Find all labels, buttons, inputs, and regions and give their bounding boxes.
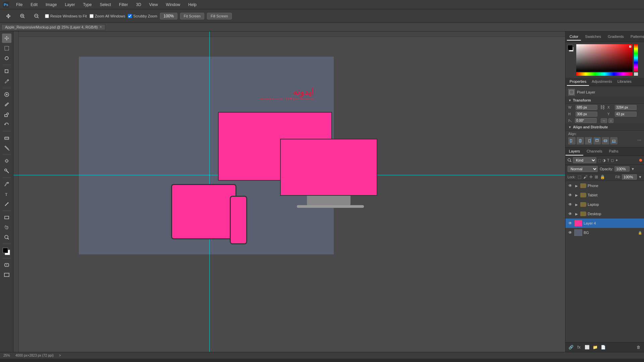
laptop-visibility-icon[interactable]: 👁 <box>568 202 573 207</box>
filter-type-select[interactable]: Kind <box>573 157 596 163</box>
eraser-tool[interactable] <box>2 133 11 142</box>
filter-shape-icon[interactable]: ◻ <box>611 158 614 163</box>
x-input[interactable] <box>615 105 637 110</box>
filter-adj-icon[interactable]: ◑ <box>602 158 606 163</box>
move-tool-button[interactable] <box>3 12 14 20</box>
menu-window[interactable]: Window <box>165 2 182 8</box>
filter-pixel-icon[interactable]: ⬚ <box>598 158 601 163</box>
tab-adjustments[interactable]: Adjustments <box>589 78 615 86</box>
layer-4[interactable]: 👁 Layer 4 <box>566 219 644 228</box>
opacity-input[interactable] <box>614 166 630 172</box>
hue-bar-horizontal[interactable] <box>576 72 633 76</box>
pen-tool[interactable] <box>2 179 11 189</box>
tab-properties[interactable]: Properties <box>567 78 589 86</box>
align-center-v[interactable] <box>602 137 609 144</box>
align-center-h[interactable] <box>577 137 584 144</box>
width-input[interactable] <box>576 105 597 110</box>
flip-v-button[interactable]: ↕ <box>608 118 613 123</box>
screen-mode-tool[interactable] <box>2 270 11 280</box>
lasso-tool[interactable] <box>2 54 11 63</box>
fill-input[interactable] <box>622 174 637 180</box>
tab-patterns[interactable]: Patterns <box>628 33 644 41</box>
layer-tablet[interactable]: 👁 ▶ Tablet <box>566 190 644 200</box>
lock-pixels-icon[interactable]: 🖌 <box>583 175 587 179</box>
hue-slider[interactable] <box>634 44 638 72</box>
align-bottom[interactable] <box>610 137 618 144</box>
menu-edit[interactable]: Edit <box>29 2 39 8</box>
selection-tool[interactable] <box>2 44 11 53</box>
shape-tool[interactable] <box>2 213 11 222</box>
tab-swatches[interactable]: Swatches <box>582 33 604 41</box>
menu-type[interactable]: Type <box>82 2 93 8</box>
menu-select[interactable]: Select <box>98 2 112 8</box>
menu-image[interactable]: Image <box>44 2 58 8</box>
lock-position-icon[interactable]: ✛ <box>589 175 593 179</box>
layer-laptop[interactable]: 👁 ▶ Laptop <box>566 200 644 209</box>
lock-transparent-icon[interactable]: ⬚ <box>578 175 581 179</box>
link-layers-icon[interactable]: 🔗 <box>568 344 574 351</box>
menu-view[interactable]: View <box>148 2 159 8</box>
clone-stamp[interactable] <box>2 110 11 119</box>
fill-chevron[interactable]: ▼ <box>638 175 642 179</box>
add-style-icon[interactable]: fx <box>576 344 582 351</box>
menu-file[interactable]: File <box>15 2 24 8</box>
tab-close-button[interactable]: × <box>100 25 102 29</box>
color-spectrum[interactable] <box>576 44 633 72</box>
phone-arrow-icon[interactable]: ▶ <box>574 183 579 188</box>
scrubby-zoom-checkbox[interactable]: Scrubby Zoom <box>128 14 157 18</box>
delete-layer-icon[interactable]: 🗑 <box>635 344 642 351</box>
flip-h-button[interactable]: ↔ <box>601 118 607 123</box>
new-group-icon[interactable]: 📁 <box>592 344 598 351</box>
color-swatches[interactable] <box>2 247 11 256</box>
filter-type-icon[interactable]: T <box>607 158 609 162</box>
blend-mode-select[interactable]: Normal <box>568 166 598 172</box>
filter-smart-icon[interactable]: ✦ <box>615 158 618 163</box>
foreground-color-swatch[interactable] <box>568 45 573 50</box>
layer-phone[interactable]: 👁 ▶ Phone <box>566 181 644 190</box>
new-layer-icon[interactable]: 📄 <box>600 344 606 351</box>
quick-mask-tool[interactable] <box>2 260 11 269</box>
color-gradient-picker[interactable] <box>576 44 638 72</box>
tab-libraries[interactable]: Libraries <box>615 78 634 86</box>
zoom-tool[interactable] <box>2 233 11 242</box>
path-selection[interactable] <box>2 199 11 209</box>
chain-icon[interactable]: ⛓ <box>600 105 605 110</box>
align-right[interactable] <box>585 137 592 144</box>
zoom-in-button[interactable] <box>17 12 28 20</box>
opacity-chevron[interactable]: ▼ <box>631 167 635 171</box>
dodge-tool[interactable] <box>2 166 11 176</box>
fill-screen-button[interactable]: Fill Screen <box>207 13 232 19</box>
zoom-all-checkbox[interactable]: Zoom All Windows <box>90 14 125 18</box>
healing-tool[interactable] <box>2 90 11 99</box>
layer-bg[interactable]: 👁 BG 🔒 <box>566 228 644 237</box>
phone-visibility-icon[interactable]: 👁 <box>568 183 573 188</box>
lock-all-icon[interactable]: 🔒 <box>600 175 605 179</box>
type-tool[interactable]: T <box>2 189 11 199</box>
history-brush[interactable] <box>2 120 11 129</box>
fill-tool[interactable] <box>2 143 11 153</box>
tab-channels[interactable]: Channels <box>583 147 605 156</box>
hand-tool[interactable] <box>2 223 11 232</box>
align-top[interactable] <box>593 137 601 144</box>
move-tool[interactable] <box>2 34 11 43</box>
tab-layers[interactable]: Layers <box>566 147 583 156</box>
layer4-visibility-icon[interactable]: 👁 <box>568 221 573 226</box>
lock-artboard-icon[interactable]: ⊞ <box>595 175 598 179</box>
tab-color[interactable]: Color <box>567 33 581 41</box>
crop-tool[interactable] <box>2 67 11 76</box>
document-tab[interactable]: Apple_ResponsiveMockup.psd @ 25% (Layer … <box>1 24 105 30</box>
add-mask-icon[interactable]: ⬜ <box>584 344 590 351</box>
menu-help[interactable]: Help <box>187 2 198 8</box>
align-section-header[interactable]: ▼ Align and Distribute <box>566 124 644 131</box>
tablet-visibility-icon[interactable]: 👁 <box>568 192 573 198</box>
fit-screen-button[interactable]: Fit Screen <box>180 13 204 19</box>
zoom-out-button[interactable] <box>31 12 42 20</box>
layer-desktop[interactable]: 👁 ▶ Desktop <box>566 209 644 219</box>
brush-tool[interactable] <box>2 100 11 109</box>
tab-paths[interactable]: Paths <box>606 147 622 156</box>
foreground-background-swatches[interactable] <box>568 44 574 54</box>
eyedropper-tool[interactable] <box>2 77 11 86</box>
height-input[interactable] <box>576 112 597 117</box>
laptop-arrow-icon[interactable]: ▶ <box>574 202 579 207</box>
zoom-input[interactable] <box>160 13 177 19</box>
